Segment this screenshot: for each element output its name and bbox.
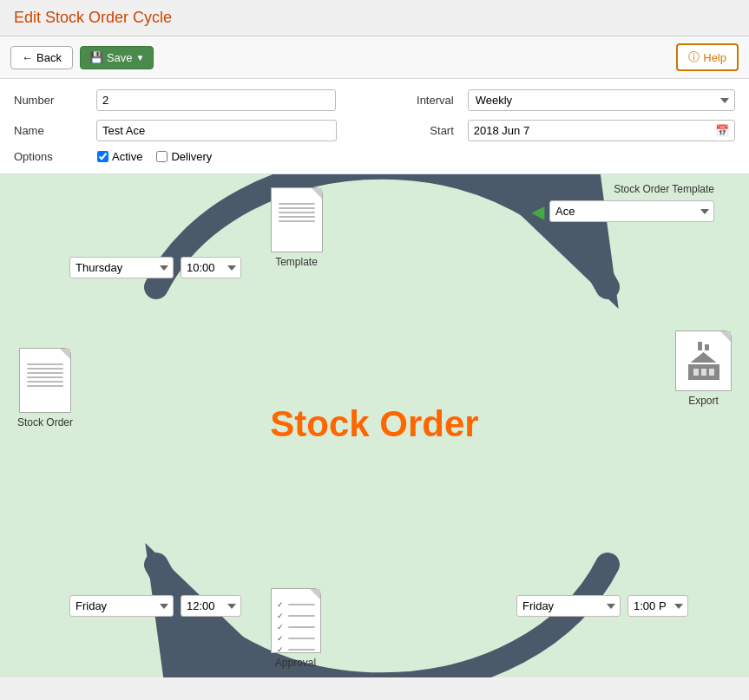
friday-right-row: Friday 1:00 P — [516, 595, 688, 617]
template-section-label: Stock Order Template — [531, 183, 714, 195]
thursday-select[interactable]: Thursday — [69, 257, 174, 278]
name-input[interactable] — [96, 120, 337, 141]
page-title: Edit Stock Order Cycle — [14, 9, 172, 27]
stock-order-icon-container: Stock Order — [17, 348, 73, 429]
export-icon-label: Export — [688, 395, 719, 407]
template-icon-container: Template — [271, 187, 323, 268]
green-arrow-icon: ◀ — [531, 201, 544, 222]
toolbar-left: ← Back 💾 Save ▼ — [10, 46, 154, 69]
thursday-row: Thursday 10:00 — [69, 257, 241, 278]
friday-left-select[interactable]: Friday — [69, 595, 174, 617]
back-button[interactable]: ← Back — [10, 46, 73, 69]
friday-right-time-select[interactable]: 1:00 P — [627, 595, 688, 617]
save-icon: 💾 — [89, 51, 103, 64]
approval-icon-container: ✓ ✓ ✓ ✓ ✓ Approval — [271, 588, 321, 669]
options-label: Options — [14, 150, 83, 163]
delivery-label: Delivery — [171, 150, 212, 163]
form-section: Number Interval Weekly Name Start 2018 J… — [0, 79, 749, 174]
diagram-area: Stock Order Stock Order Template ◀ Ace T… — [0, 174, 749, 677]
export-icon-container: Export — [675, 330, 732, 407]
stock-order-icon-label: Stock Order — [17, 416, 73, 429]
back-label: Back — [36, 51, 62, 64]
toolbar: ← Back 💾 Save ▼ ⓘ Help — [0, 36, 749, 79]
template-doc-icon — [271, 187, 323, 252]
friday-left-row: Friday 12:00 — [69, 595, 241, 617]
back-arrow-icon: ← — [22, 51, 33, 64]
friday-left-time-select[interactable]: 12:00 — [181, 595, 241, 617]
save-label: Save — [107, 51, 133, 64]
help-button[interactable]: ⓘ Help — [676, 43, 739, 71]
name-label: Name — [14, 124, 82, 137]
options-row: Options Active Delivery — [14, 150, 735, 163]
template-icon-label: Template — [275, 256, 318, 268]
delivery-checkbox[interactable] — [156, 151, 168, 162]
friday-right-select[interactable]: Friday — [516, 595, 621, 617]
save-caret-icon: ▼ — [136, 53, 145, 62]
active-label: Active — [112, 150, 142, 163]
start-date-field[interactable]: 2018 Jun 7 📅 — [468, 120, 735, 141]
thursday-time-select[interactable]: 10:00 — [181, 257, 241, 278]
title-bar: Edit Stock Order Cycle — [0, 0, 749, 36]
active-checkbox[interactable] — [97, 151, 108, 162]
name-row: Name Start 2018 Jun 7 📅 — [14, 120, 735, 141]
approval-doc-icon: ✓ ✓ ✓ ✓ ✓ — [271, 588, 321, 653]
start-label: Start — [403, 124, 454, 137]
calendar-icon[interactable]: 📅 — [715, 124, 729, 137]
template-row: ◀ Ace — [531, 200, 714, 222]
save-button[interactable]: 💾 Save ▼ — [80, 46, 154, 69]
interval-label: Interval — [402, 94, 453, 107]
help-label: Help — [703, 51, 726, 64]
template-select[interactable]: Ace — [549, 200, 714, 222]
template-controls: Stock Order Template ◀ Ace — [531, 183, 714, 222]
stock-order-doc-icon — [19, 348, 71, 413]
export-factory-icon — [675, 330, 732, 391]
active-checkbox-label[interactable]: Active — [97, 150, 142, 163]
number-row: Number Interval Weekly — [14, 89, 735, 111]
interval-select[interactable]: Weekly — [468, 89, 735, 111]
help-circle-icon: ⓘ — [688, 49, 700, 65]
start-date-value: 2018 Jun 7 — [474, 124, 529, 137]
stock-order-text: Stock Order — [270, 403, 478, 445]
delivery-checkbox-label[interactable]: Delivery — [156, 150, 212, 163]
number-input[interactable] — [96, 89, 337, 111]
number-label: Number — [14, 94, 82, 107]
